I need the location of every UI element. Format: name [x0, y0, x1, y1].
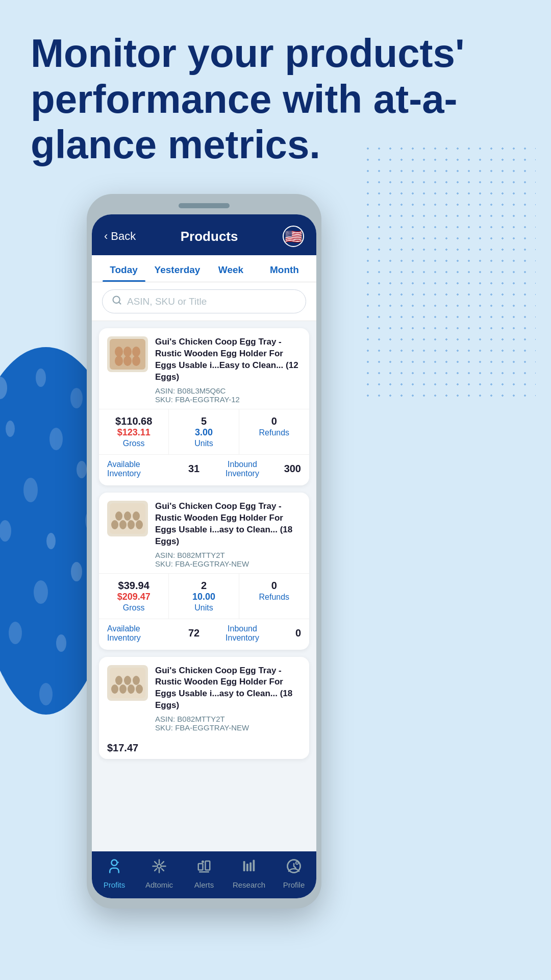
svg-point-44 — [117, 862, 119, 863]
tab-yesterday[interactable]: Yesterday — [151, 255, 204, 282]
nav-item-profits[interactable]: Profits — [92, 859, 137, 889]
metric-refunds-value: 0 — [246, 580, 302, 592]
metric-gross-value: $123.11 — [106, 427, 161, 438]
phone-notch — [179, 203, 230, 208]
svg-point-22 — [115, 347, 123, 357]
metric-cell-gross: $39.94 $209.47 Gross — [99, 574, 169, 619]
tab-month[interactable]: Month — [258, 255, 311, 282]
svg-point-34 — [128, 520, 135, 529]
svg-point-31 — [133, 511, 140, 521]
svg-rect-46 — [198, 864, 203, 870]
inventory-row: AvailableInventory 31 InboundInventory 3… — [99, 454, 309, 485]
svg-rect-51 — [249, 863, 252, 872]
screen-header: ‹ Back Products 🇺🇸 — [92, 214, 316, 255]
svg-point-8 — [0, 520, 11, 542]
svg-rect-49 — [243, 861, 245, 871]
nav-item-adtomic[interactable]: Adtomic — [137, 859, 182, 889]
country-flag[interactable]: 🇺🇸 — [283, 226, 304, 247]
metric-refunds-value: 0 — [246, 415, 302, 427]
svg-point-18 — [39, 683, 53, 705]
available-inventory-label: AvailableInventory — [107, 460, 184, 478]
svg-point-27 — [132, 356, 140, 366]
svg-point-1 — [36, 369, 46, 387]
metric-price: $39.94 — [106, 580, 161, 592]
product-title: Gui's Chicken Coop Egg Tray - Rustic Woo… — [155, 665, 301, 712]
svg-point-48 — [202, 861, 204, 863]
adtomic-icon — [152, 859, 167, 877]
metric-gross-label: Gross — [106, 439, 161, 448]
inbound-inventory-value: 300 — [281, 463, 301, 475]
metric-refunds-label: Refunds — [246, 428, 302, 437]
product-title: Gui's Chicken Coop Egg Tray - Rustic Woo… — [155, 336, 301, 383]
nav-label-alerts: Alerts — [194, 880, 214, 889]
svg-point-4 — [49, 428, 63, 450]
phone-wrapper: ‹ Back Products 🇺🇸 Today Yesterday Week — [87, 194, 536, 949]
svg-point-13 — [71, 562, 82, 581]
svg-point-43 — [136, 684, 143, 694]
metric-units-label: Units — [176, 439, 231, 448]
svg-point-42 — [128, 684, 135, 694]
metric-cell-refunds: 0 Refunds — [239, 409, 309, 454]
metric-units-label: Units — [176, 603, 231, 612]
back-label: Back — [111, 230, 136, 243]
nav-item-alerts[interactable]: Alerts — [182, 859, 227, 889]
svg-rect-47 — [206, 861, 210, 870]
profits-icon — [107, 859, 122, 877]
tab-today[interactable]: Today — [97, 255, 151, 282]
available-inventory-value: 72 — [184, 627, 204, 639]
svg-point-6 — [23, 478, 38, 502]
product-asin: ASIN: B08L3M5Q6C — [155, 386, 301, 395]
metrics-grid: $110.68 $123.11 Gross 5 3.00 Units 0 Ref… — [99, 409, 309, 454]
available-inventory-value: 31 — [184, 463, 204, 475]
svg-point-37 — [115, 676, 122, 685]
svg-point-26 — [123, 356, 132, 366]
product-sku: SKU: FBA-EGGTRAY-12 — [155, 395, 301, 404]
svg-point-15 — [56, 634, 66, 652]
svg-point-2 — [70, 388, 83, 408]
partial-price: $17.47 — [99, 737, 309, 759]
product-image — [107, 501, 148, 536]
nav-label-adtomic: Adtomic — [145, 880, 173, 889]
page-title: Products — [181, 229, 238, 244]
svg-point-29 — [115, 511, 122, 521]
alerts-icon — [196, 859, 212, 877]
svg-point-25 — [115, 356, 123, 366]
search-input[interactable]: ASIN, SKU or Title — [127, 296, 207, 307]
svg-rect-52 — [253, 860, 255, 872]
nav-label-profits: Profits — [104, 880, 126, 889]
svg-point-12 — [34, 580, 48, 604]
product-info-row: Gui's Chicken Coop Egg Tray - Rustic Woo… — [99, 657, 309, 738]
back-button[interactable]: ‹ Back — [104, 230, 136, 243]
svg-point-24 — [132, 347, 140, 357]
product-details: Gui's Chicken Coop Egg Tray - Rustic Woo… — [155, 336, 301, 404]
search-input-wrap[interactable]: ASIN, SKU or Title — [102, 289, 306, 313]
svg-line-20 — [119, 302, 121, 304]
tab-week[interactable]: Week — [204, 255, 258, 282]
svg-point-0 — [0, 377, 7, 399]
svg-point-35 — [136, 520, 143, 529]
svg-point-14 — [9, 622, 22, 644]
profile-icon — [286, 859, 302, 877]
svg-point-32 — [111, 520, 118, 529]
inbound-inventory-value: 0 — [281, 627, 301, 639]
product-card[interactable]: Gui's Chicken Coop Egg Tray - Rustic Woo… — [99, 493, 309, 650]
metric-units-value: 5 — [176, 415, 231, 427]
svg-point-23 — [123, 347, 132, 357]
product-asin: ASIN: B082MTTY2T — [155, 715, 301, 723]
nav-item-profile[interactable]: Profile — [271, 859, 316, 889]
search-icon — [112, 295, 122, 308]
svg-point-17 — [0, 674, 6, 694]
product-details: Gui's Chicken Coop Egg Tray - Rustic Woo… — [155, 665, 301, 732]
nav-label-research: Research — [233, 880, 265, 889]
hero-section: Monitor your products' performance with … — [31, 31, 520, 168]
svg-point-38 — [124, 676, 131, 685]
product-card[interactable]: Gui's Chicken Coop Egg Tray - Rustic Woo… — [99, 657, 309, 760]
nav-label-profile: Profile — [283, 880, 305, 889]
nav-item-research[interactable]: Research — [227, 859, 271, 889]
product-info-row: Gui's Chicken Coop Egg Tray - Rustic Woo… — [99, 493, 309, 573]
metric-gross-value: $209.47 — [106, 592, 161, 602]
product-card[interactable]: Gui's Chicken Coop Egg Tray - Rustic Woo… — [99, 328, 309, 485]
search-bar: ASIN, SKU or Title — [92, 282, 316, 321]
back-chevron-icon: ‹ — [104, 230, 108, 243]
inventory-row: AvailableInventory 72 InboundInventory 0 — [99, 619, 309, 650]
